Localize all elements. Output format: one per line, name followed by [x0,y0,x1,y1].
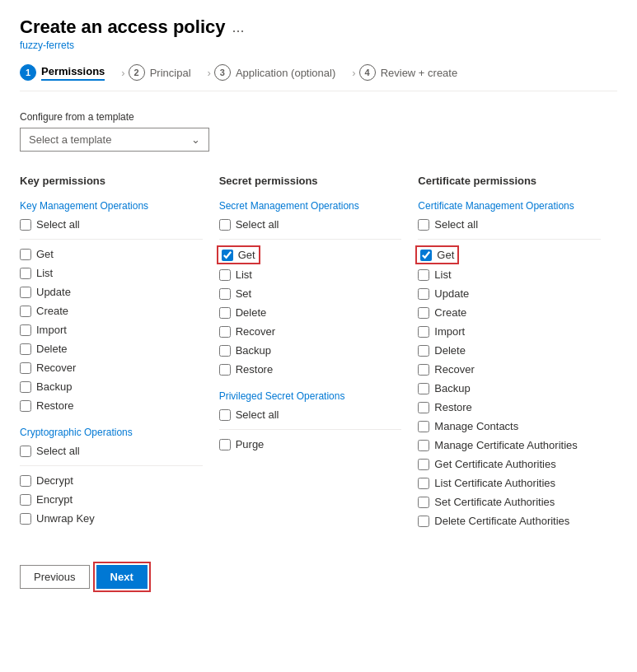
cert-recover-checkbox[interactable] [418,364,429,376]
key-crypto-select-all-checkbox[interactable] [20,446,31,457]
key-get-row: Get [20,246,203,262]
sec-get-checkbox[interactable] [222,250,233,261]
key-delete-checkbox[interactable] [20,343,31,355]
cert-get-checkbox[interactable] [420,250,432,261]
cert-delete-ca-label[interactable]: Delete Certificate Authorities [434,515,569,527]
sec-priv-select-all-label[interactable]: Select all [236,408,279,421]
step-sep-3: › [352,67,355,79]
secret-management-section: Secret Management Operations [219,200,402,212]
cert-select-all-checkbox[interactable] [418,219,429,231]
sec-restore-checkbox[interactable] [219,364,231,376]
sec-backup-label[interactable]: Backup [236,344,271,357]
step-application[interactable]: 3 Application (optional) [214,64,349,81]
cert-delete-label[interactable]: Delete [434,344,466,357]
key-encrypt-label[interactable]: Encrypt [36,493,73,506]
sec-list-label[interactable]: List [236,268,252,281]
key-unwrap-checkbox[interactable] [20,513,31,525]
cert-manage-ca-checkbox[interactable] [418,440,429,451]
cert-backup-label[interactable]: Backup [434,382,470,394]
cert-recover-label[interactable]: Recover [434,363,474,376]
key-select-all-label[interactable]: Select all [36,218,80,231]
cert-update-checkbox[interactable] [418,288,429,300]
cert-get-ca-label[interactable]: Get Certificate Authorities [434,458,555,470]
key-backup-checkbox[interactable] [20,381,31,393]
cert-restore-checkbox[interactable] [418,402,429,413]
sec-list-checkbox[interactable] [219,269,231,281]
sec-recover-checkbox[interactable] [219,326,231,338]
key-recover-label[interactable]: Recover [36,362,76,374]
sec-set-checkbox[interactable] [219,288,231,300]
key-unwrap-label[interactable]: Unwrap Key [36,512,95,525]
key-decrypt-checkbox[interactable] [20,475,31,487]
step-review[interactable]: 4 Review + create [359,64,471,81]
key-create-label[interactable]: Create [36,305,68,317]
cert-restore-label[interactable]: Restore [434,401,472,413]
cert-get-highlighted: Get [418,248,457,262]
key-restore-checkbox[interactable] [20,400,31,412]
key-recover-checkbox[interactable] [20,362,31,374]
more-options-icon[interactable]: ... [232,19,244,36]
key-encrypt-checkbox[interactable] [20,494,31,506]
cert-manage-ca-row: Manage Certificate Authorities [418,437,601,453]
cert-delete-checkbox[interactable] [418,345,429,357]
sec-select-all-label[interactable]: Select all [236,218,279,231]
step-principal[interactable]: 2 Principal [129,64,204,81]
key-create-checkbox[interactable] [20,306,31,317]
cert-list-ca-row: List Certificate Authorities [418,475,601,491]
sec-recover-label[interactable]: Recover [236,325,275,338]
cert-get-label[interactable]: Get [437,249,454,261]
template-dropdown[interactable]: Select a template ⌄ [20,128,209,152]
key-list-label[interactable]: List [36,267,53,279]
sec-set-label[interactable]: Set [236,287,252,300]
sec-select-all-row: Select all [219,217,402,232]
key-backup-row: Backup [20,379,203,394]
step-1-circle: 1 [20,64,36,81]
key-update-checkbox[interactable] [20,287,31,298]
step-permissions[interactable]: 1 Permissions [20,64,118,81]
key-import-label[interactable]: Import [36,324,67,336]
cert-list-checkbox[interactable] [418,269,429,281]
key-list-checkbox[interactable] [20,268,31,279]
key-crypto-select-all-label[interactable]: Select all [36,445,80,457]
cert-list-label[interactable]: List [434,268,451,281]
cert-select-all-label[interactable]: Select all [434,218,478,231]
cert-list-ca-label[interactable]: List Certificate Authorities [434,477,555,489]
cert-import-label[interactable]: Import [434,325,465,338]
key-restore-label[interactable]: Restore [36,399,74,412]
key-backup-label[interactable]: Backup [36,380,72,393]
previous-button[interactable]: Previous [20,565,90,589]
sec-delete-label[interactable]: Delete [236,306,267,319]
cert-get-ca-checkbox[interactable] [418,459,429,470]
sec-priv-select-all-checkbox[interactable] [219,409,231,421]
cert-delete-ca-checkbox[interactable] [418,516,429,527]
cert-list-ca-checkbox[interactable] [418,478,429,489]
sec-purge-checkbox[interactable] [219,439,231,450]
cert-create-label[interactable]: Create [434,306,466,319]
breadcrumb[interactable]: fuzzy-ferrets [20,40,617,51]
cert-manage-contacts-checkbox[interactable] [418,421,429,432]
key-import-checkbox[interactable] [20,324,31,336]
sec-priv-select-all-row: Select all [219,407,402,422]
cert-backup-checkbox[interactable] [418,383,429,394]
sec-delete-checkbox[interactable] [219,307,231,319]
cert-manage-contacts-label[interactable]: Manage Contacts [434,420,518,432]
sec-get-label[interactable]: Get [238,249,255,261]
sec-backup-checkbox[interactable] [219,345,231,357]
cert-manage-ca-label[interactable]: Manage Certificate Authorities [434,439,577,451]
key-get-checkbox[interactable] [20,249,31,260]
key-delete-label[interactable]: Delete [36,343,68,355]
cert-update-label[interactable]: Update [434,287,469,300]
key-decrypt-label[interactable]: Decrypt [36,474,73,487]
key-select-all-checkbox[interactable] [20,219,31,231]
key-get-label[interactable]: Get [36,248,54,260]
cert-create-checkbox[interactable] [418,307,429,319]
sec-purge-label[interactable]: Purge [236,438,265,450]
next-button[interactable]: Next [96,565,148,589]
sec-restore-label[interactable]: Restore [236,363,274,376]
sec-delete-row: Delete [219,305,402,320]
cert-set-ca-label[interactable]: Set Certificate Authorities [434,496,555,508]
sec-select-all-checkbox[interactable] [219,219,231,231]
cert-set-ca-checkbox[interactable] [418,497,429,508]
key-update-label[interactable]: Update [36,286,71,298]
cert-import-checkbox[interactable] [418,326,429,338]
